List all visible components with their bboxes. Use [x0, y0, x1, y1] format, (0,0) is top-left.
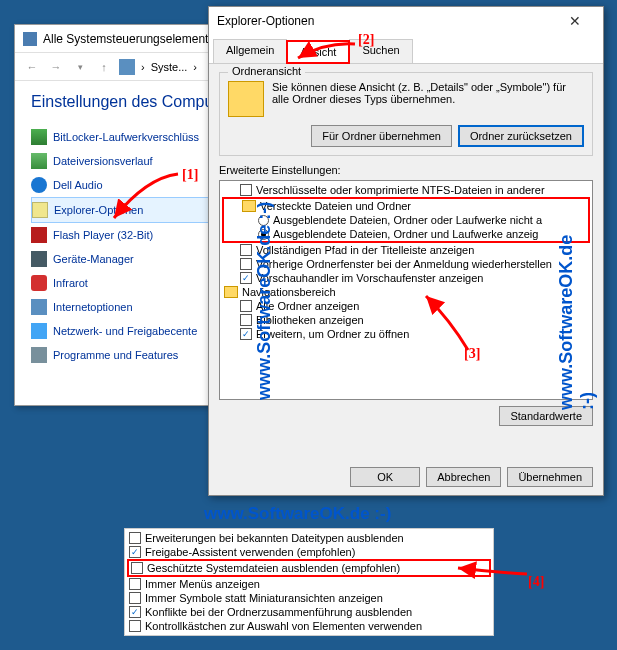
tree-row: Kontrollkästchen zur Auswahl von Element… [127, 619, 491, 633]
tree-row: Ausgeblendete Dateien, Ordner und Laufwe… [224, 227, 588, 241]
reset-folders-button[interactable]: Ordner zurücksetzen [458, 125, 584, 147]
checkbox-icon[interactable] [240, 300, 252, 312]
dlg-tabs: Allgemein Ansicht Suchen [209, 35, 603, 64]
advanced-tree[interactable]: Verschlüsselte oder komprimierte NTFS-Da… [219, 180, 593, 400]
folder-options-icon [32, 202, 48, 218]
checkbox-icon[interactable] [240, 314, 252, 326]
checkbox-icon[interactable] [240, 184, 252, 196]
folderview-text: Sie können diese Ansicht (z. B. „Details… [272, 81, 584, 105]
tree-row: ✓Vorschauhandler im Vorschaufenster anze… [222, 271, 590, 285]
dlg-title: Explorer-Optionen [217, 14, 555, 28]
apply-folders-button[interactable]: Für Ordner übernehmen [311, 125, 452, 147]
forward-arrow-icon[interactable]: → [47, 58, 65, 76]
cp-path-icon [119, 59, 135, 75]
dlg-titlebar: Explorer-Optionen ✕ [209, 7, 603, 35]
callout-1: [1] [182, 167, 198, 183]
tree-row: Verschlüsselte oder komprimierte NTFS-Da… [222, 183, 590, 197]
programs-icon [31, 347, 47, 363]
tree-row: Versteckte Dateien und Ordner [224, 199, 588, 213]
cancel-button[interactable]: Abbrechen [426, 467, 501, 487]
tree-row: Erweiterungen bei bekannten Dateitypen a… [127, 531, 491, 545]
folder-view-icon [228, 81, 264, 117]
tree-row: Alle Ordner anzeigen [222, 299, 590, 313]
breadcrumb-sep: › [193, 61, 197, 73]
checkbox-icon[interactable]: ✓ [240, 272, 252, 284]
watermark: www.SoftwareOK.de :-) [254, 202, 275, 400]
tab-view[interactable]: Ansicht [286, 40, 350, 64]
checkbox-icon[interactable] [129, 592, 141, 604]
checkbox-icon[interactable] [129, 578, 141, 590]
checkbox-icon[interactable] [240, 258, 252, 270]
watermark: www.SoftwareOK.de :-) [204, 504, 391, 524]
flash-icon [31, 227, 47, 243]
internet-icon [31, 299, 47, 315]
checkbox-icon[interactable] [240, 244, 252, 256]
callout-4: [4] [528, 574, 544, 590]
folderview-group: Ordneransicht Sie können diese Ansicht (… [219, 72, 593, 156]
tree-row-protected-files: Geschützte Systemdateien ausblenden (emp… [127, 559, 491, 577]
folderview-label: Ordneransicht [228, 65, 305, 77]
dell-icon [31, 177, 47, 193]
checkbox-icon[interactable] [129, 532, 141, 544]
tree-row: Vollständigen Pfad in der Titelleiste an… [222, 243, 590, 257]
device-mgr-icon [31, 251, 47, 267]
breadcrumb-sep: › [141, 61, 145, 73]
filehistory-icon [31, 153, 47, 169]
checkbox-icon[interactable]: ✓ [129, 606, 141, 618]
advanced-label: Erweiterte Einstellungen: [219, 164, 593, 176]
cp-title-text: Alle Systemsteuerungselemente [43, 32, 215, 46]
back-arrow-icon[interactable]: ← [23, 58, 41, 76]
tree-row: ✓Konflikte bei der Ordnerzusammenführung… [127, 605, 491, 619]
ok-button[interactable]: OK [350, 467, 420, 487]
up-arrow-icon[interactable]: ↑ [95, 58, 113, 76]
tree-row: Ausgeblendete Dateien, Ordner oder Laufw… [224, 213, 588, 227]
tree-row: ✓Erweitern, um Ordner zu öffnen [222, 327, 590, 341]
checkbox-icon[interactable] [131, 562, 143, 574]
tree-row: Navigationsbereich [222, 285, 590, 299]
callout-3: [3] [464, 346, 480, 362]
history-dropdown-icon[interactable]: ▾ [71, 58, 89, 76]
folder-icon [224, 286, 238, 298]
tree-row: Immer Symbole statt Miniaturansichten an… [127, 591, 491, 605]
breadcrumb[interactable]: Syste... [151, 61, 188, 73]
control-panel-icon [23, 32, 37, 46]
callout-2: [2] [358, 32, 374, 48]
bitlocker-icon [31, 129, 47, 145]
watermark: www.SoftwareOK.de :-) [556, 235, 598, 410]
checkbox-icon[interactable]: ✓ [129, 546, 141, 558]
extra-settings-panel: Erweiterungen bei bekannten Dateitypen a… [124, 528, 494, 636]
tree-row: Vorherige Ordnerfenster bei der Anmeldun… [222, 257, 590, 271]
tree-row: Bibliotheken anzeigen [222, 313, 590, 327]
infrared-icon [31, 275, 47, 291]
apply-button[interactable]: Übernehmen [507, 467, 593, 487]
network-icon [31, 323, 47, 339]
tree-row: ✓Freigabe-Assistent verwenden (empfohlen… [127, 545, 491, 559]
checkbox-icon[interactable]: ✓ [240, 328, 252, 340]
tree-row: Immer Menüs anzeigen [127, 577, 491, 591]
close-icon[interactable]: ✕ [555, 13, 595, 29]
tab-general[interactable]: Allgemein [213, 39, 287, 63]
checkbox-icon[interactable] [129, 620, 141, 632]
